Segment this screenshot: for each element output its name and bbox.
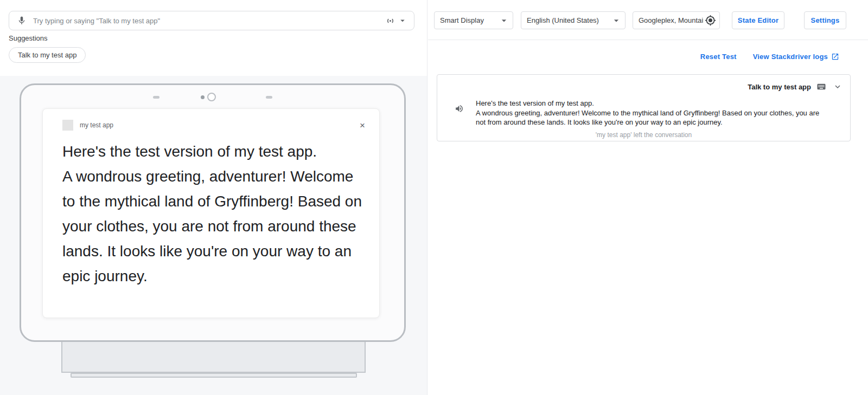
chevron-down-icon[interactable]	[397, 15, 409, 27]
mic-icon[interactable]	[16, 15, 28, 27]
state-editor-button[interactable]: State Editor	[732, 11, 784, 29]
simulator-input-panel: Suggestions Talk to my test app my test …	[0, 0, 427, 395]
conversation-status: 'my test app' left the conversation	[437, 131, 850, 139]
device-screen-header: my test app ×	[43, 109, 379, 131]
external-link-icon	[831, 53, 839, 61]
device-sensor-right	[266, 96, 272, 99]
my-location-icon[interactable]	[704, 14, 717, 27]
conversation-turn-card: Talk to my test app Here's the test vers…	[437, 74, 851, 141]
keyboard-icon	[815, 81, 827, 93]
expand-turn-chevron-icon[interactable]	[832, 81, 844, 93]
app-logo-placeholder	[62, 120, 73, 131]
language-select[interactable]: English (United States)	[521, 11, 626, 29]
response-intro: Here's the test version of my test app.	[476, 99, 827, 108]
suggestions-label: Suggestions	[9, 34, 48, 42]
device-camera	[207, 93, 216, 101]
user-query-row: Talk to my test app	[748, 81, 844, 93]
query-input[interactable]	[33, 17, 384, 25]
device-sensor-left	[153, 96, 159, 99]
suggestion-chip[interactable]: Talk to my test app	[9, 47, 86, 63]
reset-test-link[interactable]: Reset Test	[700, 53, 737, 61]
response-body: A wondrous greeting, adventurer! Welcome…	[476, 108, 827, 127]
close-icon[interactable]: ×	[360, 121, 365, 130]
device-base	[71, 373, 357, 378]
app-title: my test app	[80, 121, 360, 129]
view-logs-label: View Stackdriver logs	[753, 53, 828, 61]
view-stackdriver-logs-link[interactable]: View Stackdriver logs	[753, 53, 839, 61]
surface-select-value: Smart Display	[440, 16, 484, 24]
assistant-response-row: Here's the test version of my test app. …	[454, 99, 827, 127]
smart-display-frame: my test app × Here's the test version of…	[20, 83, 406, 342]
surface-select[interactable]: Smart Display	[434, 11, 513, 29]
location-field[interactable]: Googleplex, Mountain ...	[633, 11, 720, 29]
device-screen: my test app × Here's the test version of…	[42, 108, 380, 318]
device-response-text: Here's the test version of my test app. …	[43, 131, 379, 289]
language-select-value: English (United States)	[527, 16, 599, 24]
location-value: Googleplex, Mountain ...	[639, 16, 704, 24]
assistant-response-text: Here's the test version of my test app. …	[476, 99, 827, 127]
device-stand	[61, 342, 366, 373]
device-indicator-dot	[201, 95, 205, 99]
audio-output-icon[interactable]	[384, 15, 397, 27]
chevron-down-icon	[497, 14, 510, 27]
query-input-bar	[9, 11, 414, 30]
toolbar-divider	[428, 40, 868, 40]
reset-test-label: Reset Test	[700, 53, 737, 61]
chevron-down-icon	[610, 14, 623, 27]
settings-button[interactable]: Settings	[804, 11, 846, 29]
test-actions-row: Reset Test View Stackdriver logs	[700, 53, 839, 61]
simulator-settings-panel: Smart Display English (United States) Go…	[428, 0, 868, 395]
speaker-icon[interactable]	[454, 103, 465, 114]
user-query-text: Talk to my test app	[748, 83, 811, 91]
